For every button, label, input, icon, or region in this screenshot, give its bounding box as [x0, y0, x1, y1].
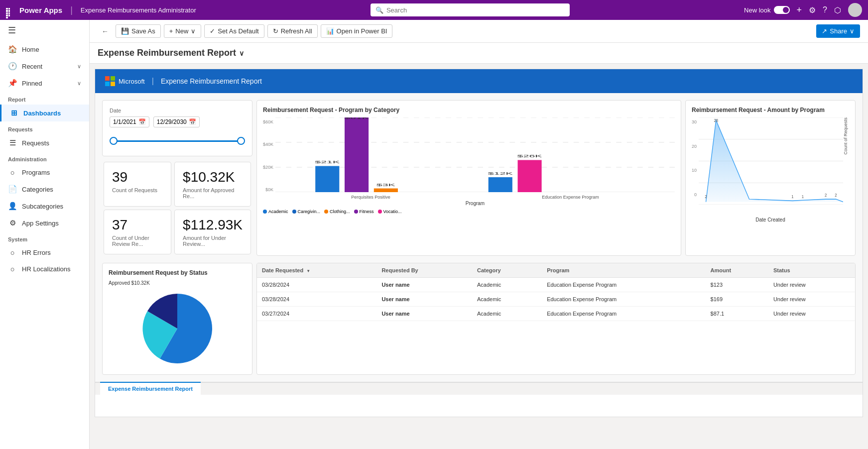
- col-amount[interactable]: Amount: [706, 263, 768, 278]
- cell-program-1: Education Expense Program: [542, 292, 705, 307]
- bar-clothing-perquisites[interactable]: [374, 189, 398, 193]
- hr-errors-icon: ○: [8, 248, 17, 257]
- stat-value-0: 39: [112, 169, 163, 185]
- sidebar-programs-label: Programs: [22, 169, 50, 176]
- sidebar: ☰ 🏠 Home 🕐 Recent ∨ 📌 Pinned ∨ Report ⊞ …: [0, 20, 90, 449]
- set-default-button[interactable]: ✓ Set As Default: [204, 24, 264, 38]
- pie-chart-svg: [137, 289, 217, 368]
- col-program[interactable]: Program: [542, 263, 705, 278]
- sidebar-item-recent[interactable]: 🕐 Recent ∨: [0, 58, 89, 75]
- toggle-track[interactable]: [774, 6, 790, 14]
- save-as-button[interactable]: 💾 Save As: [116, 24, 161, 38]
- bar-academic-perquisites[interactable]: [315, 166, 339, 193]
- sidebar-item-requests[interactable]: ☰ Requests: [0, 134, 89, 151]
- requests-section-header: Requests: [0, 121, 89, 134]
- cell-category-1: Academic: [472, 292, 542, 307]
- back-button[interactable]: ←: [98, 25, 113, 38]
- col-category[interactable]: Category: [472, 263, 542, 278]
- search-box[interactable]: 🔍: [371, 3, 570, 16]
- settings-icon[interactable]: ⚙: [809, 5, 816, 15]
- sidebar-item-pinned[interactable]: 📌 Pinned ∨: [0, 75, 89, 92]
- sidebar-item-home[interactable]: 🏠 Home: [0, 41, 89, 58]
- bar-vocational-education[interactable]: [518, 160, 542, 193]
- search-input[interactable]: [386, 6, 565, 14]
- report-title-text: Expense Reimbursement Report: [98, 48, 236, 58]
- avatar[interactable]: [848, 3, 862, 17]
- add-icon[interactable]: +: [797, 5, 802, 15]
- tab-label-expense: Expense Reimbursement Report: [108, 386, 193, 392]
- date-slider[interactable]: [110, 133, 245, 149]
- checkmark-icon: ✓: [210, 27, 215, 35]
- sidebar-item-app-settings[interactable]: ⚙ App Settings: [0, 215, 89, 231]
- legend-caregiving: Caregivin...: [292, 209, 321, 214]
- y-label-0k: $0K: [263, 187, 273, 192]
- main-layout: ☰ 🏠 Home 🕐 Recent ∨ 📌 Pinned ∨ Report ⊞ …: [0, 20, 868, 449]
- share-icon[interactable]: ⬡: [834, 5, 841, 15]
- admin-section-header: Administration: [0, 151, 89, 164]
- help-icon[interactable]: ?: [823, 5, 827, 14]
- slider-thumb-left[interactable]: [110, 137, 118, 145]
- start-date-input[interactable]: 1/1/2021 📅: [110, 116, 149, 127]
- report-title[interactable]: Expense Reimbursement Report ∨: [98, 48, 860, 58]
- bar-chart-panel: Reimbursement Request - Program by Categ…: [256, 100, 681, 256]
- hamburger-menu[interactable]: ☰: [0, 20, 89, 41]
- table-body: 03/28/2024 User name Academic Education …: [257, 278, 855, 321]
- sidebar-item-hr-localizations[interactable]: ○ HR Localizations: [0, 261, 89, 277]
- calendar-icon-end[interactable]: 📅: [189, 118, 196, 125]
- report-title-bar: Expense Reimbursement Report ∨: [90, 43, 868, 64]
- legend-clothing: Clothing...: [324, 209, 350, 214]
- topbar-divider: |: [70, 5, 73, 15]
- refresh-all-button[interactable]: ↻ Refresh All: [267, 24, 318, 38]
- slider-thumb-right[interactable]: [237, 137, 245, 145]
- open-powerbi-button[interactable]: 📊 Open in Power BI: [321, 24, 393, 38]
- stat-value-3: $112.93K: [183, 217, 243, 233]
- line-chart-content: 2 28 1 1 2 2 Mar 03 Mar 10: [699, 117, 843, 206]
- table-panel: Date Requested ▼ Requested By Category P…: [256, 263, 856, 375]
- subcategories-icon: 👤: [8, 202, 17, 211]
- bar-chart-y-axis: $60K $40K $20K $0K: [263, 117, 275, 192]
- x-label-perquisites: Perquisites Positive: [351, 195, 390, 200]
- share-icon: ↗: [822, 27, 827, 35]
- share-button[interactable]: ↗ Share ∨: [816, 24, 860, 38]
- col-date-requested[interactable]: Date Requested ▼: [257, 263, 376, 278]
- sidebar-item-hr-errors[interactable]: ○ HR Errors: [0, 244, 89, 261]
- new-button[interactable]: + New ∨: [164, 24, 202, 38]
- bar-fitness-perquisites[interactable]: [345, 117, 369, 192]
- cell-amount-0: $123: [706, 278, 768, 292]
- sidebar-item-subcategories[interactable]: 👤 Subcategories: [0, 198, 89, 215]
- sidebar-recent-label: Recent: [22, 63, 42, 70]
- cell-status-0: Under review: [768, 278, 855, 292]
- sidebar-home-label: Home: [22, 46, 39, 53]
- end-date-input[interactable]: 12/29/2030 📅: [153, 116, 200, 127]
- table-scroll[interactable]: Date Requested ▼ Requested By Category P…: [257, 263, 855, 321]
- home-icon: 🏠: [8, 45, 17, 54]
- topbar: Power Apps | Expense Reimbursements Admi…: [0, 0, 868, 20]
- point-label-2d: 2: [835, 193, 837, 198]
- sidebar-item-dashboards[interactable]: ⊞ Dashboards: [0, 105, 89, 121]
- report-section-header: Report: [0, 92, 89, 105]
- app-grid-icon[interactable]: [6, 8, 10, 12]
- microsoft-logo: Microsoft: [105, 76, 145, 86]
- cell-date-2: 03/27/2024: [257, 307, 376, 321]
- programs-icon: ○: [8, 168, 17, 177]
- sidebar-pinned-label: Pinned: [22, 80, 42, 87]
- svg-text:$26K: $26K: [517, 154, 542, 158]
- sidebar-item-categories[interactable]: 📄 Categories: [0, 181, 89, 198]
- col-status[interactable]: Status: [768, 263, 855, 278]
- set-default-label: Set As Default: [218, 27, 258, 35]
- calendar-icon-start[interactable]: 📅: [138, 118, 146, 125]
- bar-academic-education[interactable]: [489, 177, 512, 192]
- point-label-2c: 2: [825, 193, 827, 198]
- bar-chart-content: $21K $61K $3K: [275, 117, 675, 206]
- app-settings-icon: ⚙: [8, 219, 17, 227]
- bar-chart-legend: Academic Caregivin... Clothing...: [263, 209, 675, 214]
- sidebar-item-programs[interactable]: ○ Programs: [0, 164, 89, 181]
- bar-chart-title: Reimbursement Request - Program by Categ…: [263, 107, 675, 113]
- col-requested-by[interactable]: Requested By: [376, 263, 472, 278]
- new-look-toggle[interactable]: New look: [744, 6, 789, 14]
- legend-label-fitness: Fitness: [360, 209, 374, 214]
- report-body-top: Date 1/1/2021 📅 12/29/2030 📅: [95, 93, 863, 263]
- toolbar: ← 💾 Save As + New ∨ ✓ Set As Default ↻ R…: [90, 20, 868, 43]
- legend-dot-vocational: [378, 210, 382, 214]
- tab-expense-report[interactable]: Expense Reimbursement Report: [100, 382, 201, 395]
